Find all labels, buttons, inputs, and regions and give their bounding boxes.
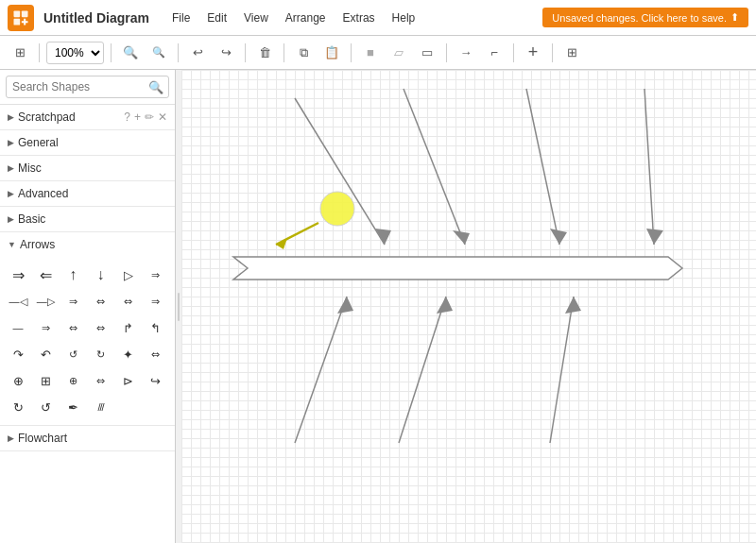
misc-chevron: ▶ — [8, 163, 14, 173]
menu-file[interactable]: File — [164, 9, 198, 26]
arrows-chevron: ▼ — [8, 240, 16, 249]
arrow-curve-dr[interactable]: ↷ — [6, 342, 30, 366]
section-general-header[interactable]: ▶ General — [0, 130, 175, 155]
copy-btn[interactable]: ⧉ — [291, 41, 316, 65]
arrow-dash[interactable]: —◁ — [6, 289, 30, 314]
scratchpad-help[interactable]: ? — [124, 110, 130, 124]
advanced-chevron: ▶ — [8, 189, 14, 198]
svg-rect-0 — [14, 10, 21, 17]
arrow-r3[interactable]: ⇒ — [33, 315, 58, 340]
undo-btn[interactable]: ↩ — [185, 41, 210, 65]
arrow-pencil[interactable]: ✒ — [60, 395, 85, 419]
redo-btn[interactable]: ↪ — [214, 41, 238, 65]
unsaved-save-button[interactable]: Unsaved changes. Click here to save. ⬆ — [542, 8, 748, 27]
basic-chevron: ▶ — [8, 214, 14, 224]
arrow-left[interactable]: ⇐ — [33, 263, 58, 287]
canvas[interactable] — [181, 70, 756, 543]
arrow-lr3[interactable]: ⇔ — [60, 315, 85, 340]
canvas-svg — [181, 70, 756, 543]
arrow-curve-l[interactable]: ↰ — [144, 315, 168, 340]
arrow-em[interactable]: — — [6, 315, 30, 340]
main-layout: 🔍 ▶ Scratchpad ? + ✏ ✕ ▶ General — [0, 70, 756, 543]
menu-help[interactable]: Help — [385, 9, 423, 26]
scratchpad-edit[interactable]: ✏ — [145, 110, 154, 124]
section-arrows: ▼ Arrows ⇒ ⇐ ↑ ↓ ▷ ⇒ —◁ —▷ ⇒ ⇔ ⇔ ⇒ — ⇒ — [0, 232, 175, 426]
horizontal-bar-arrow — [233, 257, 682, 280]
arrow-r2[interactable]: ⇒ — [144, 289, 168, 314]
arrow-curved3[interactable]: ↻ — [6, 395, 30, 419]
table-btn[interactable]: ⊞ — [559, 41, 584, 65]
upload-icon: ⬆ — [730, 11, 739, 24]
svg-marker-6 — [453, 230, 470, 245]
arrow-lr[interactable]: ⇔ — [88, 289, 112, 314]
svg-marker-10 — [646, 229, 663, 245]
arrow-right[interactable]: ⇒ — [6, 263, 30, 287]
header: Untitled Diagram File Edit View Arrange … — [0, 0, 756, 36]
menu-extras[interactable]: Extras — [335, 9, 383, 26]
arrow-wide[interactable]: ⇔ — [88, 368, 112, 393]
fill-color-btn[interactable]: ■ — [358, 41, 383, 65]
paste-btn[interactable]: 📋 — [319, 41, 344, 65]
tooltip-highlight — [276, 192, 354, 249]
connection-type-btn[interactable]: → — [454, 41, 478, 65]
section-scratchpad-header[interactable]: ▶ Scratchpad ? + ✏ ✕ — [0, 105, 175, 129]
arrow-curved2[interactable]: ↪ — [144, 368, 168, 393]
svg-marker-13 — [337, 297, 353, 314]
section-flowchart: ▶ Flowchart — [0, 426, 175, 451]
arrow-diagonal-3 — [526, 89, 567, 245]
arrow-four[interactable]: ⊕ — [60, 368, 85, 393]
shape-btn[interactable]: ▭ — [415, 41, 439, 65]
sep5 — [284, 43, 284, 62]
sep3 — [178, 43, 179, 62]
arrow-plus[interactable]: ⊞ — [33, 368, 58, 393]
arrow-up[interactable]: ↑ — [60, 263, 85, 287]
arrow-curve-loop[interactable]: ↺ — [60, 342, 85, 366]
arrow-curve-dl[interactable]: ↶ — [33, 342, 58, 366]
search-input[interactable] — [6, 76, 169, 98]
arrow-right-chevron[interactable]: ▷ — [116, 263, 141, 287]
scratchpad-actions: ? + ✏ ✕ — [124, 110, 167, 124]
arrow-down[interactable]: ↓ — [88, 263, 112, 287]
svg-rect-1 — [22, 10, 28, 17]
section-advanced-header[interactable]: ▶ Advanced — [0, 181, 175, 206]
menu-edit[interactable]: Edit — [199, 9, 234, 26]
app-logo — [8, 5, 34, 31]
svg-marker-11 — [233, 257, 682, 280]
arrow-curved4[interactable]: ↺ — [33, 395, 58, 419]
menu-view[interactable]: View — [236, 9, 276, 26]
section-arrows-header[interactable]: ▼ Arrows — [0, 232, 175, 257]
section-flowchart-header[interactable]: ▶ Flowchart — [0, 426, 175, 450]
scratchpad-close[interactable]: ✕ — [158, 110, 167, 124]
zoom-select[interactable]: 100%75%150% — [46, 42, 104, 64]
section-basic-header[interactable]: ▶ Basic — [0, 207, 175, 231]
arrow-lr2[interactable]: ⇔ — [116, 289, 141, 314]
line-color-btn[interactable]: ▱ — [387, 41, 411, 65]
waypoint-btn[interactable]: ⌐ — [482, 41, 507, 65]
section-basic: ▶ Basic — [0, 207, 175, 232]
arrow-dash2[interactable]: —▷ — [33, 289, 58, 314]
arrow-curve-r[interactable]: ↱ — [116, 315, 141, 340]
arrow-cross[interactable]: ✦ — [116, 342, 141, 366]
section-misc-header[interactable]: ▶ Misc — [0, 156, 175, 180]
diagram-title: Untitled Diagram — [43, 10, 149, 25]
scratchpad-add[interactable]: + — [134, 110, 141, 124]
zoom-out-btn[interactable]: 🔍 — [146, 41, 171, 65]
arrow-double-right[interactable]: ⇒ — [144, 263, 168, 287]
arrow-lr4[interactable]: ⇔ — [88, 315, 112, 340]
sep2 — [111, 43, 112, 62]
section-advanced: ▶ Advanced — [0, 181, 175, 207]
svg-line-5 — [404, 89, 465, 245]
arrow-curve-loop2[interactable]: ↻ — [88, 342, 112, 366]
zoom-in-btn[interactable]: 🔍 — [118, 41, 143, 65]
arrows-label: Arrows — [20, 238, 55, 251]
delete-btn[interactable]: 🗑 — [252, 41, 277, 65]
arrow-diag[interactable]: ⊳ — [116, 368, 141, 393]
menu-arrange[interactable]: Arrange — [278, 9, 334, 26]
arrow-lr-fat[interactable]: ⇔ — [144, 342, 168, 366]
page-view-btn[interactable]: ⊞ — [8, 41, 32, 65]
add-btn[interactable]: + — [521, 41, 545, 65]
arrow-fat-right[interactable]: ⇒ — [60, 289, 85, 314]
arrow-stripes[interactable]: /// — [88, 395, 112, 419]
general-chevron: ▶ — [8, 138, 14, 147]
arrow-cross2[interactable]: ⊕ — [6, 368, 30, 393]
